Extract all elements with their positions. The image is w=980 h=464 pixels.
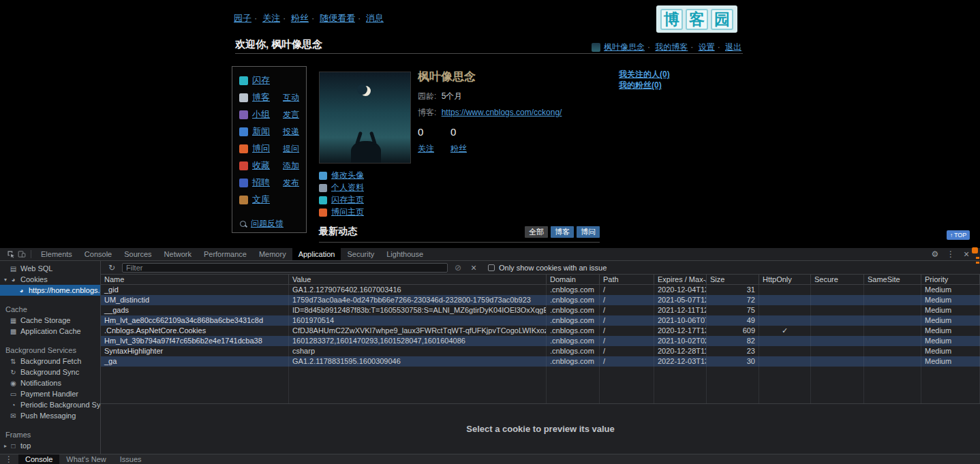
- menu-item-link[interactable]: 新闻: [252, 125, 270, 138]
- nav-link[interactable]: 随便看看: [320, 13, 355, 23]
- cookie-row[interactable]: Hm_lvt_39b794a97f47c65b6b2e4e1741dcba38 …: [101, 336, 980, 346]
- menu-item-link[interactable]: 博问: [252, 142, 270, 155]
- tree-expand-arrow[interactable]: ▾: [2, 277, 9, 283]
- profile-link[interactable]: 闪存主页: [331, 194, 364, 206]
- cookie-row[interactable]: _ga GA1.2.1178831595.1600309046 .cnblogs…: [101, 356, 980, 367]
- cookie-row[interactable]: SyntaxHighlighter csharp .cnblogs.com / …: [101, 346, 980, 356]
- cookie-row[interactable]: __gads ID=8d45b9912487f83b:T=1605530758:…: [101, 305, 980, 315]
- back-to-top-button[interactable]: TOP: [947, 230, 970, 240]
- profile-link[interactable]: 博问主页: [331, 206, 364, 218]
- feedback-link[interactable]: 问题反馈: [251, 218, 284, 230]
- sidebar-tree-item[interactable]: ◔ Periodic Background Sync: [0, 399, 100, 410]
- stat-link[interactable]: 关注: [418, 144, 434, 153]
- column-header[interactable]: HttpOnly: [759, 275, 811, 284]
- menu-item-link[interactable]: 收藏: [252, 159, 270, 172]
- column-header[interactable]: Expires / Max-A...: [654, 275, 707, 284]
- sidebar-tree-item[interactable]: Frames: [0, 429, 100, 440]
- column-header[interactable]: Domain: [547, 275, 600, 284]
- sidebar-tree-item[interactable]: ↻ Background Sync: [0, 367, 100, 377]
- cookie-filter-input[interactable]: [122, 263, 448, 273]
- follow-link[interactable]: 我的粉丝(0): [619, 80, 662, 90]
- drawer-menu-icon[interactable]: [3, 454, 14, 464]
- user-link[interactable]: 设置: [699, 42, 715, 52]
- sidebar-tree-item[interactable]: ▦ Cache Storage: [0, 315, 100, 326]
- tree-expand-arrow[interactable]: ▸: [2, 443, 9, 449]
- menu-item-link[interactable]: 闪存: [252, 74, 270, 87]
- devtools-tab[interactable]: Security: [341, 248, 380, 260]
- menu-item-link[interactable]: 博客: [252, 91, 270, 104]
- column-header[interactable]: Value: [289, 275, 547, 284]
- menu-item-action-link[interactable]: 互动: [283, 92, 299, 104]
- user-link[interactable]: 退出: [725, 42, 741, 52]
- profile-link[interactable]: 修改头像: [331, 170, 364, 181]
- column-header[interactable]: Priority: [921, 275, 980, 284]
- menu-item-link[interactable]: 小组: [252, 108, 270, 121]
- menu-item-action-link[interactable]: 投递: [283, 126, 299, 138]
- devtools-tab[interactable]: Elements: [35, 248, 78, 260]
- menu-item-link[interactable]: 招聘: [252, 176, 270, 189]
- nav-link[interactable]: 关注: [262, 13, 280, 23]
- blog-url-link[interactable]: https://www.cnblogs.com/cckong/: [442, 108, 562, 117]
- nav-link[interactable]: 消息: [366, 13, 384, 23]
- more-options-icon[interactable]: [945, 249, 956, 260]
- delete-selected-cookie-icon[interactable]: [468, 262, 479, 273]
- inspect-element-icon[interactable]: [5, 250, 16, 258]
- issue-filter-checkbox[interactable]: [488, 264, 495, 271]
- nav-link[interactable]: 粉丝: [291, 13, 309, 23]
- devtools-tab[interactable]: Console: [78, 248, 118, 260]
- feed-tab[interactable]: 全部: [525, 226, 548, 238]
- drawer-tab[interactable]: What's New: [59, 454, 112, 464]
- cookie-size-cell: 23: [707, 346, 759, 356]
- sidebar-tree-item[interactable]: ⇅ Background Fetch: [0, 356, 100, 367]
- devtools-tab[interactable]: Sources: [118, 248, 157, 260]
- sidebar-tree-item[interactable]: ▭ Payment Handler: [0, 388, 100, 399]
- user-link[interactable]: 枫叶像思念: [604, 42, 645, 52]
- cnblogs-logo[interactable]: 博客园: [656, 5, 737, 33]
- menu-item-action-link[interactable]: 发言: [283, 109, 299, 121]
- column-header[interactable]: SameSite: [864, 275, 921, 284]
- drawer-tab[interactable]: Issues: [113, 454, 149, 464]
- feed-tab[interactable]: 博问: [577, 226, 600, 238]
- stat-link[interactable]: 粉丝: [450, 144, 467, 153]
- devtools-tab[interactable]: Memory: [253, 248, 292, 260]
- menu-item-link[interactable]: 文库: [252, 194, 270, 206]
- sidebar-tree-item[interactable]: ▤ Web SQL: [0, 263, 100, 274]
- close-devtools-icon[interactable]: [961, 249, 972, 260]
- menu-item-action-link[interactable]: 发布: [283, 177, 299, 189]
- column-header[interactable]: Size: [707, 275, 759, 284]
- menu-item-action-link[interactable]: 提问: [283, 143, 299, 155]
- sidebar-tree-item[interactable]: ▸ □ top: [0, 440, 100, 451]
- sidebar-tree-item[interactable]: ✉ Push Messaging: [0, 410, 100, 421]
- column-header[interactable]: Path: [600, 275, 654, 284]
- devtools-tab[interactable]: Lighthouse: [380, 248, 429, 260]
- nav-link[interactable]: 园子: [234, 13, 251, 23]
- devtools-tab[interactable]: Performance: [198, 248, 253, 260]
- sidebar-tree-item[interactable]: ▩ Application Cache: [0, 326, 100, 337]
- logo-char: 博: [660, 9, 683, 30]
- sidebar-tree-item[interactable]: ◕ https://home.cnblogs.com: [0, 285, 100, 296]
- sidebar-tree-item[interactable]: Background Services: [0, 345, 100, 356]
- follow-link[interactable]: 我关注的人(0): [619, 69, 670, 79]
- user-link[interactable]: 我的博客: [655, 42, 688, 52]
- sidebar-tree-item[interactable]: ▾ ◕ Cookies: [0, 274, 100, 285]
- devtools-tab[interactable]: Network: [158, 248, 198, 260]
- settings-gear-icon[interactable]: [930, 249, 940, 260]
- column-header[interactable]: Secure: [811, 275, 864, 284]
- device-toolbar-icon[interactable]: [16, 250, 27, 258]
- payment-handler-icon: ▭: [9, 390, 18, 398]
- devtools-tab[interactable]: Application: [292, 248, 341, 260]
- profile-link[interactable]: 个人资料: [331, 182, 364, 194]
- feed-tab[interactable]: 博客: [551, 226, 574, 238]
- cookie-row[interactable]: UM_distinctid 1759d73ac0aa4e-0d247bb66e7…: [101, 295, 980, 305]
- cookie-row[interactable]: _gid GA1.2.1279076402.1607003416 .cnblog…: [101, 285, 980, 295]
- feedback-icon: [239, 220, 247, 228]
- column-header[interactable]: Name: [101, 275, 289, 284]
- cookie-row[interactable]: Hm_lvt_ae80cc662109a34c868ba6cbe3431c8d …: [101, 315, 980, 326]
- sidebar-tree-item[interactable]: Cache: [0, 304, 100, 315]
- refresh-icon[interactable]: [106, 263, 117, 273]
- drawer-tab[interactable]: Console: [18, 454, 59, 464]
- sidebar-tree-item[interactable]: ◉ Notifications: [0, 377, 100, 388]
- clear-all-cookies-icon[interactable]: [453, 263, 463, 273]
- menu-item-action-link[interactable]: 添加: [283, 160, 299, 172]
- cookie-row[interactable]: .Cnblogs.AspNetCore.Cookies CfDJ8AHUmC2Z…: [101, 326, 980, 336]
